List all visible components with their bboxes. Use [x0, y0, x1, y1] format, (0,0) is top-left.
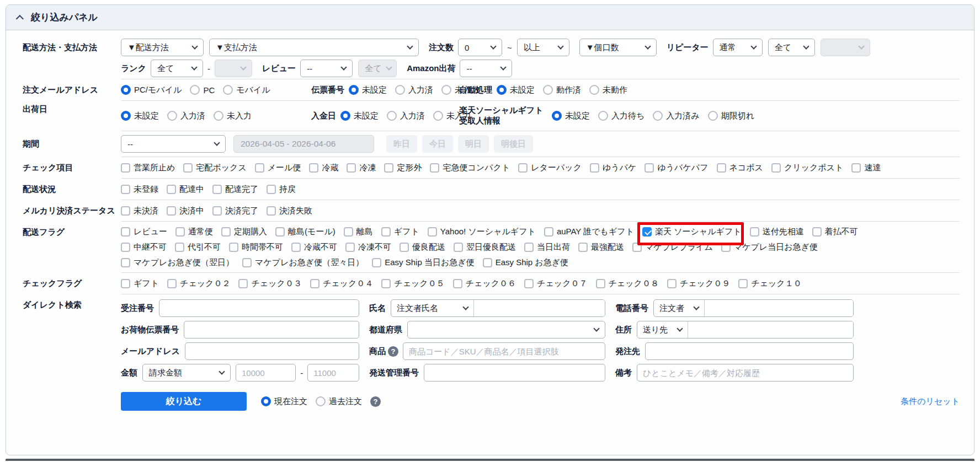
email-input[interactable]: [185, 342, 359, 360]
phone-input[interactable]: [705, 300, 853, 316]
radio-option[interactable]: 入力済み: [653, 111, 699, 121]
radio-option[interactable]: 入力待ち: [598, 111, 645, 121]
radio-option[interactable]: 未設定: [552, 111, 590, 121]
checkbox-option[interactable]: Easy Ship 当日お急ぎ便: [372, 257, 474, 268]
checkbox-option[interactable]: 時間帯不可: [229, 242, 283, 253]
amount-min-input[interactable]: [236, 364, 296, 382]
checkbox-option[interactable]: チェック１０: [738, 278, 801, 289]
supplier-input[interactable]: [645, 342, 854, 360]
checkbox-option[interactable]: 代引不可: [175, 242, 221, 253]
radio-option[interactable]: 入力済: [387, 111, 425, 121]
checkbox-option[interactable]: 当日出荷: [524, 242, 570, 253]
checkbox-option[interactable]: 離島: [344, 227, 373, 237]
amount-type-select[interactable]: 請求金額: [142, 364, 231, 382]
help-icon[interactable]: ?: [388, 346, 398, 357]
radio-option[interactable]: モバイル: [223, 85, 270, 95]
radio-option[interactable]: 未入力: [214, 111, 252, 121]
checkbox-option[interactable]: レターパック: [518, 163, 582, 173]
radio-option[interactable]: PC: [190, 85, 215, 95]
repeater-select-1[interactable]: 通常: [713, 39, 763, 56]
order-count-select[interactable]: 0: [458, 39, 502, 56]
checkbox-option[interactable]: チェック０７: [524, 278, 587, 289]
checkbox-option[interactable]: 中継不可: [121, 242, 167, 253]
radio-option[interactable]: 未設定: [121, 111, 159, 121]
checkbox-option[interactable]: ゆうパケパフ: [645, 163, 708, 173]
checkbox-option[interactable]: 冷凍: [347, 163, 376, 173]
checkbox-option[interactable]: チェック０５: [381, 278, 444, 289]
radio-option[interactable]: 現在注文: [261, 396, 307, 407]
panel-header[interactable]: 絞り込みパネル: [6, 5, 974, 30]
product-input[interactable]: [403, 342, 605, 360]
checkbox-option[interactable]: 通常便: [175, 227, 213, 237]
order-count-unit-select[interactable]: 以上: [517, 39, 569, 56]
checkbox-option[interactable]: Yahoo! ソーシャルギフト: [428, 227, 536, 237]
checkbox-option[interactable]: 送付先相違: [750, 227, 804, 237]
checkbox-option[interactable]: ギフト: [381, 227, 419, 237]
checkbox-option[interactable]: auPAY 誰でもギフト: [544, 227, 634, 237]
name-input[interactable]: [474, 300, 605, 316]
checkbox-option[interactable]: 営業所止め: [121, 163, 175, 173]
checkbox-option[interactable]: チェック０８: [596, 278, 659, 289]
checkbox-option[interactable]: マケプレプライム: [632, 242, 713, 253]
checkbox-option[interactable]: 翌日優良配送: [454, 242, 516, 253]
checkbox-option[interactable]: マケプレお急ぎ便（翌日）: [121, 257, 234, 268]
checkbox-option[interactable]: 未決済: [121, 206, 158, 216]
radio-option[interactable]: 未設定: [497, 85, 535, 95]
filter-button[interactable]: 絞り込む: [121, 392, 247, 411]
shipping-mgmt-number-input[interactable]: [424, 364, 605, 382]
delivery-method-select[interactable]: ▼配送方法: [121, 39, 204, 56]
checkbox-option[interactable]: 離島(モール): [275, 227, 335, 237]
checkbox-option[interactable]: メール便: [255, 163, 301, 173]
checkbox-option[interactable]: 決済失敗: [267, 206, 312, 216]
amazon-ship-select[interactable]: --: [460, 60, 512, 77]
checkbox-option[interactable]: 定期購入: [221, 227, 267, 237]
checkbox-option[interactable]: ネコポス: [717, 163, 763, 173]
collapse-chevron-icon[interactable]: [16, 15, 24, 23]
radio-option[interactable]: 動作済: [543, 85, 581, 95]
checkbox-option[interactable]: チェック０２: [167, 278, 230, 289]
reset-link[interactable]: 条件のリセット: [901, 396, 960, 407]
checkbox-option[interactable]: 配達中: [167, 184, 204, 195]
tracking-number-input[interactable]: [184, 321, 359, 339]
repeater-select-2[interactable]: 全て: [768, 39, 815, 56]
checkbox-option[interactable]: チェック０４: [310, 278, 373, 289]
help-icon[interactable]: ?: [370, 396, 381, 407]
radio-option[interactable]: 未設定: [340, 111, 379, 121]
checkbox-option[interactable]: 持戻: [267, 184, 296, 195]
checkbox-option[interactable]: 優良配送: [400, 242, 445, 253]
checkbox-option[interactable]: 配達完了: [212, 184, 258, 195]
address-type-select[interactable]: 送り先: [637, 321, 688, 338]
checkbox-option[interactable]: 宅急便コンパクト: [430, 163, 510, 173]
checkbox-option[interactable]: レビュー: [121, 227, 167, 237]
checkbox-option[interactable]: マケプレお急ぎ便（翌々日）: [242, 257, 364, 268]
checkbox-option[interactable]: 楽天 ソーシャルギフト: [642, 227, 742, 237]
prefecture-select[interactable]: [407, 321, 605, 339]
rank-select[interactable]: 全て: [151, 60, 203, 77]
name-type-select[interactable]: 注文者氏名: [391, 300, 474, 316]
radio-option[interactable]: 未設定: [349, 85, 387, 95]
checkbox-option[interactable]: チェック０６: [453, 278, 516, 289]
radio-option[interactable]: 過去注文: [316, 396, 362, 407]
radio-option[interactable]: 期限切れ: [708, 111, 754, 121]
checkbox-option[interactable]: ゆうパケ: [590, 163, 636, 173]
checkbox-option[interactable]: 冷凍不可: [345, 242, 391, 253]
checkbox-option[interactable]: 速達: [851, 163, 881, 173]
memo-input[interactable]: [637, 364, 854, 382]
period-select[interactable]: --: [121, 135, 226, 153]
checkbox-option[interactable]: チェック０９: [667, 278, 730, 289]
address-input[interactable]: [688, 321, 853, 338]
review-select[interactable]: --: [300, 60, 353, 77]
checkbox-option[interactable]: 決済完了: [212, 206, 258, 216]
payment-method-select[interactable]: ▼支払方法: [209, 39, 419, 56]
checkbox-option[interactable]: 着払不可: [812, 227, 858, 237]
amount-max-input[interactable]: [307, 364, 359, 382]
checkbox-option[interactable]: Easy Ship お急ぎ便: [483, 257, 568, 268]
checkbox-option[interactable]: 冷蔵不可: [291, 242, 337, 253]
checkbox-option[interactable]: 定形外: [384, 163, 422, 173]
checkbox-option[interactable]: ギフト: [121, 278, 159, 289]
order-number-input[interactable]: [159, 299, 359, 317]
checkbox-option[interactable]: マケプレ当日お急ぎ便: [721, 242, 818, 253]
checkbox-option[interactable]: 決済中: [167, 206, 204, 216]
checkbox-option[interactable]: 未登録: [121, 184, 158, 195]
package-count-select[interactable]: ▼個口数: [579, 39, 657, 56]
